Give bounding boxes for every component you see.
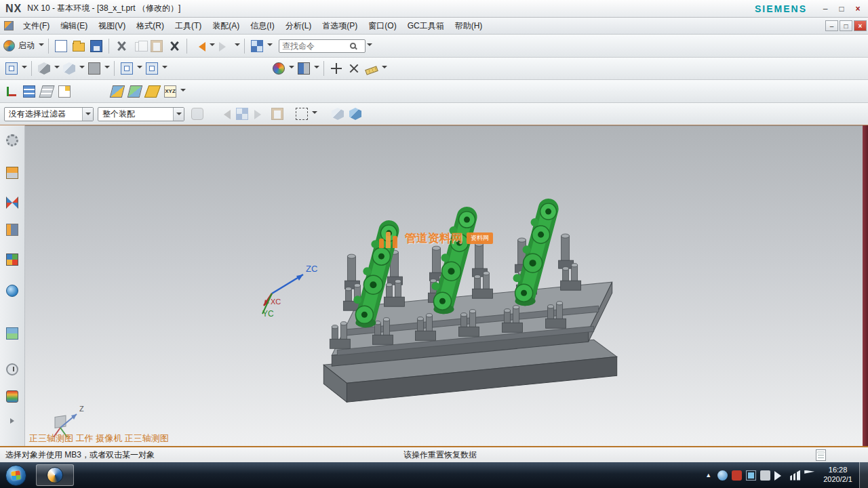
new-file-button[interactable] bbox=[52, 37, 70, 55]
datum-dropdown-arrow[interactable] bbox=[179, 83, 186, 100]
menu-window[interactable]: 窗口(O) bbox=[363, 19, 401, 33]
display-mode-dropdown-arrow[interactable] bbox=[78, 60, 85, 77]
visualization-dropdown-arrow[interactable] bbox=[313, 60, 320, 77]
show-solid-button[interactable] bbox=[347, 105, 364, 123]
true-shading-dropdown-arrow[interactable] bbox=[288, 60, 295, 77]
menu-file[interactable]: 文件(F) bbox=[18, 19, 55, 33]
mdi-minimize-button[interactable]: – bbox=[825, 20, 838, 31]
marquee-dropdown-arrow[interactable] bbox=[311, 105, 318, 123]
maximize-button[interactable]: □ bbox=[834, 3, 849, 15]
projection-dropdown-arrow[interactable] bbox=[161, 60, 168, 77]
interpart-link-button[interactable] bbox=[189, 105, 206, 123]
graphics-viewport[interactable]: ZC XC YC Z 正三轴测图 工作 摄像机 正三轴测图 管道资料网 资料网 bbox=[25, 125, 863, 446]
command-finder-box[interactable] bbox=[279, 39, 366, 53]
menu-preferences[interactable]: 首选项(P) bbox=[317, 19, 363, 33]
menu-gc-toolbox[interactable]: GC工具箱 bbox=[402, 19, 450, 33]
usb-tray-icon[interactable] bbox=[760, 470, 770, 481]
expand-resourcebar-button[interactable] bbox=[4, 413, 20, 429]
orient-view-button[interactable] bbox=[3, 60, 20, 77]
select-next-button[interactable] bbox=[251, 105, 269, 123]
datum-axis-button[interactable] bbox=[126, 83, 144, 100]
command-finder-input[interactable] bbox=[282, 41, 350, 52]
marquee-select-button[interactable] bbox=[293, 105, 311, 123]
assembly-navigator-button[interactable] bbox=[4, 195, 20, 211]
snap-toggle-button[interactable] bbox=[233, 105, 251, 123]
window-layout-button[interactable] bbox=[118, 60, 136, 77]
web-browser-button[interactable] bbox=[4, 283, 20, 299]
snap-midpoint-button[interactable] bbox=[345, 60, 363, 77]
fixed-datum-button[interactable] bbox=[144, 83, 161, 100]
menu-help[interactable]: 帮助(H) bbox=[450, 19, 488, 33]
background-color-button[interactable] bbox=[85, 60, 103, 77]
menu-information[interactable]: 信息(I) bbox=[245, 19, 279, 33]
point-dialog-button[interactable]: XYZ bbox=[161, 83, 179, 100]
type-filter-select[interactable]: 没有选择过滤器 bbox=[4, 107, 94, 121]
menu-view[interactable]: 视图(V) bbox=[93, 19, 131, 33]
volume-tray-icon[interactable] bbox=[774, 471, 786, 481]
datum-plane-button[interactable] bbox=[108, 83, 126, 100]
action-center-tray-icon[interactable] bbox=[804, 470, 814, 481]
resource-options-button[interactable] bbox=[4, 132, 20, 148]
start-menu-button[interactable]: 启动 bbox=[3, 37, 37, 55]
copy-button[interactable] bbox=[130, 37, 148, 55]
wcs-triad[interactable]: ZC XC YC bbox=[243, 258, 325, 319]
orient-view-dropdown-arrow[interactable] bbox=[20, 60, 28, 77]
menu-assembly[interactable]: 装配(A) bbox=[207, 19, 245, 33]
search-dropdown-arrow[interactable] bbox=[366, 37, 373, 55]
redo-dropdown-arrow[interactable] bbox=[233, 37, 241, 55]
menu-tools[interactable]: 工具(T) bbox=[170, 19, 207, 33]
mdi-restore-button[interactable]: □ bbox=[840, 20, 852, 31]
status-doc-icon[interactable] bbox=[816, 449, 826, 461]
highlight-button[interactable] bbox=[269, 105, 286, 123]
delete-button[interactable] bbox=[165, 37, 183, 55]
close-button[interactable]: × bbox=[850, 3, 865, 15]
window-layout-dropdown-arrow[interactable] bbox=[136, 60, 143, 77]
hidden-icons-button[interactable]: ▲ bbox=[701, 472, 715, 479]
projection-button[interactable] bbox=[143, 60, 161, 77]
start-dropdown-arrow[interactable] bbox=[37, 37, 45, 55]
layer-settings-button[interactable] bbox=[20, 83, 38, 100]
constraint-navigator-button[interactable] bbox=[4, 222, 20, 238]
display-tray-icon[interactable] bbox=[746, 470, 756, 481]
paste-button[interactable] bbox=[148, 37, 165, 55]
mdi-close-button[interactable]: × bbox=[854, 20, 867, 31]
save-button[interactable] bbox=[87, 37, 105, 55]
history-button[interactable] bbox=[4, 361, 20, 378]
window-navigator-button[interactable] bbox=[4, 325, 20, 342]
redo-button[interactable] bbox=[216, 37, 233, 55]
render-style-button[interactable] bbox=[35, 60, 53, 77]
snap-point-button[interactable] bbox=[328, 60, 345, 77]
start-button[interactable] bbox=[5, 465, 26, 486]
window-edge[interactable] bbox=[863, 125, 868, 446]
reuse-library-button[interactable] bbox=[4, 251, 20, 268]
open-file-button[interactable] bbox=[70, 37, 87, 55]
help-tray-icon[interactable] bbox=[717, 470, 728, 481]
touch-mode-dropdown-arrow[interactable] bbox=[266, 37, 273, 55]
roles-button[interactable] bbox=[4, 165, 20, 181]
undo-button[interactable] bbox=[191, 37, 208, 55]
menu-edit[interactable]: 编辑(E) bbox=[55, 19, 93, 33]
security-tray-icon[interactable] bbox=[732, 470, 742, 481]
show-desktop-button[interactable] bbox=[859, 462, 868, 488]
render-style-dropdown-arrow[interactable] bbox=[53, 60, 60, 77]
datum-csys-button[interactable] bbox=[3, 83, 20, 100]
menu-analysis[interactable]: 分析(L) bbox=[280, 19, 317, 33]
annotation-button[interactable] bbox=[56, 83, 73, 100]
minimize-button[interactable]: – bbox=[818, 3, 833, 15]
display-mode-button[interactable] bbox=[60, 60, 78, 77]
type-filter-dropdown-arrow[interactable] bbox=[82, 108, 93, 121]
touch-mode-button[interactable] bbox=[248, 37, 266, 55]
measure-button[interactable] bbox=[363, 60, 380, 77]
material-button[interactable] bbox=[4, 388, 20, 405]
true-shading-button[interactable] bbox=[270, 60, 288, 77]
select-prev-button[interactable] bbox=[216, 105, 233, 123]
background-color-dropdown-arrow[interactable] bbox=[103, 60, 111, 77]
scope-dropdown-arrow[interactable] bbox=[173, 108, 184, 121]
visualization-button[interactable] bbox=[295, 60, 313, 77]
undo-dropdown-arrow[interactable] bbox=[208, 37, 216, 55]
layer-visible-button[interactable] bbox=[38, 83, 56, 100]
menu-format[interactable]: 格式(R) bbox=[131, 19, 170, 33]
nx-taskbar-button[interactable] bbox=[36, 464, 74, 486]
cut-button[interactable] bbox=[113, 37, 130, 55]
network-tray-icon[interactable] bbox=[790, 470, 800, 481]
